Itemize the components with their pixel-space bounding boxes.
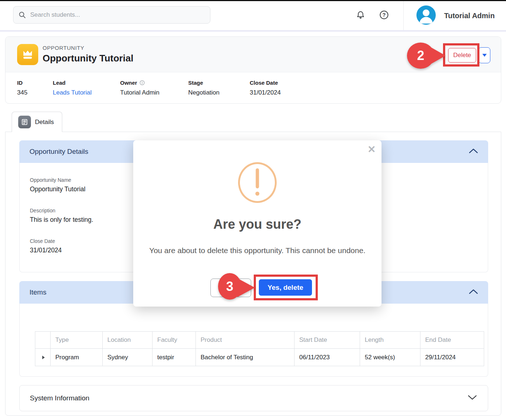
record-header-card: OPPORTUNITY Opportunity Tutorial Delete … bbox=[5, 36, 501, 104]
close-icon[interactable]: ✕ bbox=[367, 145, 376, 155]
items-panel-title: Items bbox=[29, 288, 46, 296]
search-box[interactable] bbox=[13, 6, 210, 24]
row-faculty: testpir bbox=[153, 349, 196, 366]
col-start-date: Start Date bbox=[294, 332, 360, 349]
col-length: Length bbox=[360, 332, 420, 349]
col-expander bbox=[35, 332, 51, 349]
expand-chevron-down-icon[interactable] bbox=[468, 395, 477, 401]
description-label: Description bbox=[30, 208, 93, 213]
help-icon: ? bbox=[379, 10, 389, 20]
help-button[interactable]: ? bbox=[379, 9, 390, 20]
field-id-label: ID bbox=[17, 80, 27, 86]
row-start-date: 06/11/2023 bbox=[294, 349, 360, 366]
field-lead-label: Lead bbox=[53, 80, 92, 86]
col-end-date: End Date bbox=[420, 332, 484, 349]
record-header-band: OPPORTUNITY Opportunity Tutorial Delete bbox=[5, 37, 501, 72]
system-information-title: System Information bbox=[30, 394, 90, 402]
avatar[interactable] bbox=[416, 5, 436, 25]
field-close-date-value: 31/01/2024 bbox=[250, 89, 281, 96]
detail-opportunity-name: Opportunity Name Opportunity Tutorial bbox=[30, 177, 86, 193]
field-id: ID 345 bbox=[17, 80, 27, 96]
info-icon[interactable] bbox=[139, 80, 145, 85]
row-end-date: 29/11/2024 bbox=[420, 349, 484, 366]
field-id-value: 345 bbox=[17, 89, 27, 96]
collapse-chevron-up-icon[interactable] bbox=[469, 148, 478, 155]
warning-exclamation-dot bbox=[256, 192, 260, 196]
opportunity-details-title: Opportunity Details bbox=[29, 148, 88, 156]
system-information-panel[interactable]: System Information bbox=[19, 385, 488, 411]
lead-link[interactable]: Leads Tutorial bbox=[53, 89, 92, 96]
svg-text:?: ? bbox=[383, 12, 386, 18]
field-owner-value: Tutorial Admin bbox=[120, 89, 159, 96]
col-type: Type bbox=[51, 332, 103, 349]
entity-type-label: OPPORTUNITY bbox=[43, 45, 84, 51]
warning-exclamation-bar bbox=[256, 168, 259, 188]
more-actions-button[interactable] bbox=[478, 47, 490, 63]
collapse-chevron-up-icon[interactable] bbox=[469, 289, 478, 296]
row-expander-cell bbox=[35, 349, 51, 366]
dialog-message: You are about to delete this opportunity… bbox=[145, 245, 370, 256]
page-title: Opportunity Tutorial bbox=[43, 53, 133, 64]
bell-icon bbox=[356, 10, 365, 20]
detail-description: Description This is only for testing. bbox=[30, 208, 93, 224]
confirm-delete-dialog: ✕ Are you sure? You are about to delete … bbox=[133, 140, 382, 307]
crown-icon bbox=[21, 48, 34, 61]
field-owner: Owner Tutorial Admin bbox=[120, 80, 159, 96]
col-faculty: Faculty bbox=[153, 332, 196, 349]
row-length: 52 week(s) bbox=[360, 349, 420, 366]
notifications-button[interactable] bbox=[355, 9, 366, 20]
opportunity-icon bbox=[17, 44, 38, 65]
expand-row-icon[interactable] bbox=[42, 356, 45, 359]
delete-button[interactable]: Delete bbox=[448, 48, 476, 63]
topbar: ? Tutorial Admin bbox=[0, 1, 506, 30]
close-date-label: Close Date bbox=[30, 238, 62, 244]
user-name[interactable]: Tutorial Admin bbox=[444, 1, 495, 30]
field-lead: Lead Leads Tutorial bbox=[53, 80, 92, 96]
document-icon bbox=[21, 118, 28, 126]
row-location: Sydney bbox=[103, 349, 153, 366]
details-tab-label: Details bbox=[35, 119, 54, 126]
field-stage-label: Stage bbox=[188, 80, 220, 86]
cancel-button[interactable] bbox=[210, 279, 251, 297]
field-owner-label: Owner bbox=[120, 80, 137, 86]
detail-close-date: Close Date 31/01/2024 bbox=[30, 238, 62, 254]
col-product: Product bbox=[196, 332, 294, 349]
opportunity-name-value: Opportunity Tutorial bbox=[30, 185, 86, 193]
col-location: Location bbox=[103, 332, 153, 349]
window-top-edge bbox=[0, 0, 506, 1]
field-close-date: Close Date 31/01/2024 bbox=[250, 80, 281, 96]
items-panel-body: Type Location Faculty Product Start Date… bbox=[19, 304, 488, 377]
field-close-date-label: Close Date bbox=[250, 80, 281, 86]
tab-details[interactable]: Details bbox=[12, 112, 62, 132]
search-icon bbox=[19, 11, 26, 19]
row-product: Bachelor of Testing bbox=[196, 349, 294, 366]
field-stage-value: Negotiation bbox=[188, 89, 220, 96]
topbar-bottom-strip bbox=[0, 30, 506, 32]
row-type: Program bbox=[51, 349, 103, 366]
search-input[interactable] bbox=[30, 11, 205, 19]
field-stage: Stage Negotiation bbox=[188, 80, 220, 96]
opportunity-name-label: Opportunity Name bbox=[30, 177, 86, 183]
dialog-title: Are you sure? bbox=[133, 217, 382, 232]
chevron-down-icon bbox=[482, 54, 487, 57]
description-value: This is only for testing. bbox=[30, 216, 93, 224]
user-icon bbox=[416, 5, 436, 25]
topbar-divider bbox=[403, 1, 404, 30]
details-tab-icon bbox=[18, 116, 31, 128]
close-date-value: 31/01/2024 bbox=[30, 247, 62, 254]
items-table: Type Location Faculty Product Start Date… bbox=[35, 331, 484, 366]
confirm-delete-button[interactable]: Yes, delete bbox=[259, 279, 312, 296]
